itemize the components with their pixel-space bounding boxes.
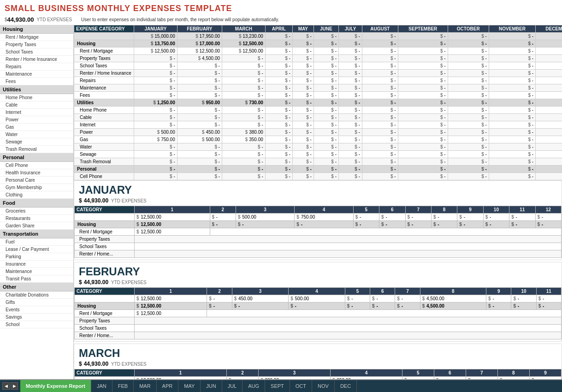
money-cell[interactable]: $ -	[222, 173, 266, 180]
sidebar-item-repairs[interactable]: Repairs	[0, 63, 73, 71]
money-cell[interactable]: $ -	[177, 151, 222, 158]
money-cell[interactable]: $ -	[536, 107, 562, 114]
sidebar-item-home-phone[interactable]: Home Phone	[0, 94, 73, 101]
sidebar-item-health-insurance[interactable]: Health Insurance	[0, 169, 73, 177]
money-cell[interactable]: $ -	[338, 77, 362, 84]
money-cell[interactable]: $ -	[362, 55, 398, 62]
tab-nov[interactable]: NOV	[312, 380, 335, 392]
tab-feb[interactable]: FEB	[112, 380, 134, 392]
money-cell[interactable]: $ -	[448, 92, 489, 99]
money-cell[interactable]: $ 450.00	[177, 129, 222, 136]
sidebar-item-gym[interactable]: Gym Membership	[0, 184, 73, 191]
sidebar-item-gas[interactable]: Gas	[0, 124, 73, 131]
money-cell[interactable]: $ -	[314, 121, 338, 129]
sidebar-item-personal-care[interactable]: Personal Care	[0, 177, 73, 184]
money-cell[interactable]: $ -	[536, 143, 562, 151]
money-cell[interactable]: $ -	[314, 99, 338, 107]
money-cell[interactable]: $ -	[292, 166, 314, 173]
money-cell[interactable]: $ -	[292, 55, 314, 62]
money-cell[interactable]: $ 350.00	[222, 136, 266, 143]
money-cell[interactable]: $ -	[177, 121, 222, 129]
money-cell[interactable]: $ -	[338, 40, 362, 48]
money-cell[interactable]: $ -	[362, 33, 398, 40]
money-cell[interactable]: $ -	[338, 143, 362, 151]
sidebar-item-garden[interactable]: Garden Share	[0, 222, 73, 230]
sidebar-item-clothing[interactable]: Clothing	[0, 191, 73, 199]
money-cell[interactable]: $ -	[134, 158, 177, 166]
money-cell[interactable]: $ -	[314, 158, 338, 166]
money-cell[interactable]: $ -	[489, 99, 535, 107]
money-cell[interactable]: $ -	[292, 92, 314, 99]
money-cell[interactable]: $ -	[362, 48, 398, 55]
money-cell[interactable]: $ -	[536, 40, 562, 48]
money-cell[interactable]: $ -	[177, 70, 222, 77]
money-cell[interactable]: $ -	[338, 129, 362, 136]
money-cell[interactable]: $ -	[134, 77, 177, 84]
money-cell[interactable]: $ -	[265, 84, 292, 92]
sidebar-item-maintenance-h[interactable]: Maintenance	[0, 71, 73, 78]
money-cell[interactable]: $ -	[222, 107, 266, 114]
sidebar-item-school-taxes[interactable]: School Taxes	[0, 48, 73, 56]
money-cell[interactable]: $ -	[362, 143, 398, 151]
money-cell[interactable]: $ -	[489, 77, 535, 84]
money-cell[interactable]: $ -	[448, 129, 489, 136]
money-cell[interactable]: $ -	[292, 107, 314, 114]
money-cell[interactable]: $ -	[489, 92, 535, 99]
money-cell[interactable]: $ 15,000.00	[134, 33, 177, 40]
money-cell[interactable]: $ -	[292, 143, 314, 151]
sidebar-item-parking[interactable]: Parking	[0, 253, 73, 261]
money-cell[interactable]: $ -	[177, 114, 222, 121]
money-cell[interactable]: $ -	[265, 114, 292, 121]
money-cell[interactable]: $ -	[222, 84, 266, 92]
money-cell[interactable]: $ -	[338, 99, 362, 107]
money-cell[interactable]: $ -	[448, 33, 489, 40]
money-cell[interactable]: $ -	[292, 136, 314, 143]
money-cell[interactable]: $ -	[314, 166, 338, 173]
money-cell[interactable]: $ -	[134, 151, 177, 158]
money-cell[interactable]: $ -	[398, 121, 448, 129]
sidebar-item-transit[interactable]: Transit Pass	[0, 275, 73, 283]
money-cell[interactable]: $ -	[177, 62, 222, 70]
money-cell[interactable]: $ -	[134, 70, 177, 77]
money-cell[interactable]: $ -	[292, 129, 314, 136]
money-cell[interactable]: $ -	[265, 121, 292, 129]
money-cell[interactable]: $ -	[134, 92, 177, 99]
tab-may[interactable]: MAY	[178, 380, 201, 392]
money-cell[interactable]: $ -	[448, 173, 489, 180]
tab-prev-btn[interactable]: ◀	[2, 382, 10, 390]
money-cell[interactable]: $ -	[398, 151, 448, 158]
sidebar-item-restaurants[interactable]: Restaurants	[0, 215, 73, 222]
money-cell[interactable]: $ -	[448, 136, 489, 143]
money-cell[interactable]: $ -	[292, 48, 314, 55]
money-cell[interactable]: $ -	[536, 99, 562, 107]
money-cell[interactable]: $ -	[265, 173, 292, 180]
money-cell[interactable]: $ -	[489, 70, 535, 77]
money-cell[interactable]: $ -	[398, 84, 448, 92]
money-cell[interactable]: $ -	[338, 62, 362, 70]
sidebar-item-water[interactable]: Water	[0, 131, 73, 138]
money-cell[interactable]: $ 1,250.00	[134, 99, 177, 107]
sidebar-item-fuel[interactable]: Fuel	[0, 238, 73, 246]
money-cell[interactable]: $ -	[338, 84, 362, 92]
money-cell[interactable]: $ 12,500.00	[222, 40, 266, 48]
money-cell[interactable]: $ -	[177, 77, 222, 84]
money-cell[interactable]: $ -	[362, 70, 398, 77]
money-cell[interactable]: $ -	[398, 77, 448, 84]
money-cell[interactable]: $ -	[362, 166, 398, 173]
money-cell[interactable]: $ -	[448, 107, 489, 114]
money-cell[interactable]: $ 750.00	[134, 136, 177, 143]
money-cell[interactable]: $ -	[536, 173, 562, 180]
money-cell[interactable]: $ -	[448, 70, 489, 77]
sidebar-item-sewage[interactable]: Sewage	[0, 138, 73, 146]
money-cell[interactable]: $ -	[536, 92, 562, 99]
money-cell[interactable]: $ -	[398, 166, 448, 173]
money-cell[interactable]: $ -	[338, 173, 362, 180]
money-cell[interactable]: $ -	[362, 173, 398, 180]
money-cell[interactable]: $ -	[314, 40, 338, 48]
money-cell[interactable]: $ -	[362, 62, 398, 70]
money-cell[interactable]: $ -	[448, 166, 489, 173]
money-cell[interactable]: $ -	[398, 33, 448, 40]
money-cell[interactable]: $ -	[362, 92, 398, 99]
money-cell[interactable]: $ -	[314, 114, 338, 121]
money-cell[interactable]: $ -	[338, 107, 362, 114]
